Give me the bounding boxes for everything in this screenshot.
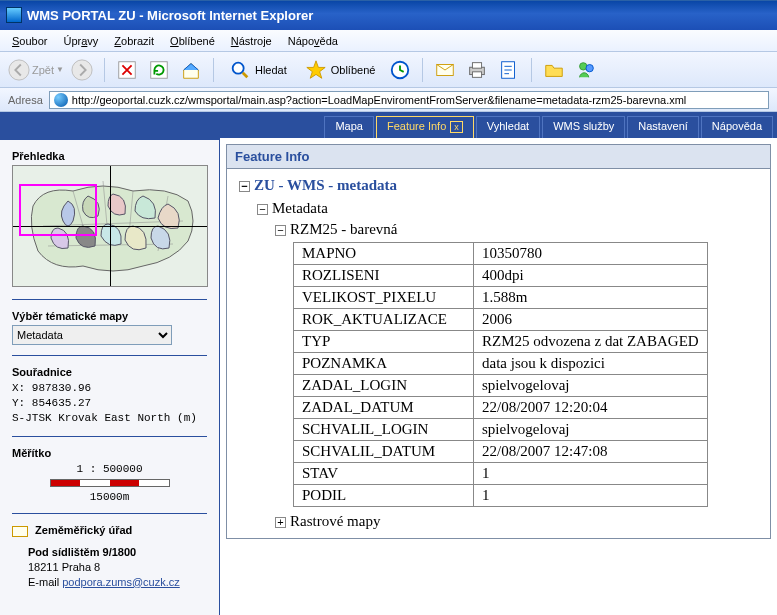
menu-bar: Soubor Úpravy Zobrazit Oblíbené Nástroje… <box>0 30 777 52</box>
refresh-icon <box>148 59 170 81</box>
home-button[interactable] <box>177 56 205 84</box>
messenger-icon <box>575 59 597 81</box>
window-title: WMS PORTAL ZU - Microsoft Internet Explo… <box>27 8 313 23</box>
tab-help[interactable]: Nápověda <box>701 116 773 138</box>
forward-icon <box>71 59 93 81</box>
table-row: STAV1 <box>294 463 708 485</box>
office-row: Zeměměřický úřad <box>12 524 207 537</box>
svg-point-4 <box>233 62 244 73</box>
tab-search[interactable]: Vyhledat <box>476 116 540 138</box>
app-icon <box>6 7 22 23</box>
overview-map[interactable] <box>12 165 208 287</box>
scale-bar <box>50 479 170 487</box>
menu-help[interactable]: Nápověda <box>280 32 346 50</box>
table-row: PODIL1 <box>294 485 708 507</box>
url-field[interactable]: http://geoportal.cuzk.cz/wmsportal/main.… <box>49 91 769 109</box>
main-panel: Feature Info −ZU - WMS - metadata −Metad… <box>220 138 777 615</box>
stop-icon <box>116 59 138 81</box>
office-address: Pod sídlištěm 9/1800 18211 Praha 8 E-mai… <box>28 545 207 590</box>
tab-bar: Mapa Feature Infox Vyhledat WMS služby N… <box>0 112 777 138</box>
svg-rect-9 <box>473 71 482 77</box>
address-bar: Adresa http://geoportal.cuzk.cz/wmsporta… <box>0 88 777 112</box>
scale-ratio: 1 : 500000 <box>12 463 207 475</box>
star-icon <box>305 59 327 81</box>
collapse-icon[interactable]: − <box>239 181 250 192</box>
section-raster: +Rastrové mapy <box>275 513 758 530</box>
table-row: ROZLISENI400dpi <box>294 265 708 287</box>
group-title: −ZU - WMS - metadata <box>239 177 758 194</box>
home-icon <box>180 59 202 81</box>
search-icon <box>229 59 251 81</box>
feature-info-header: Feature Info <box>226 144 771 169</box>
svg-point-0 <box>9 59 29 79</box>
stop-button[interactable] <box>113 56 141 84</box>
table-row: VELIKOST_PIXELU1.588m <box>294 287 708 309</box>
mail-icon <box>434 59 456 81</box>
back-icon <box>8 59 30 81</box>
url-icon <box>54 93 68 107</box>
address-label: Adresa <box>8 94 43 106</box>
search-button[interactable]: Hledat <box>222 56 294 84</box>
table-row: ROK_AKTUALIZACE2006 <box>294 309 708 331</box>
expand-icon[interactable]: + <box>275 517 286 528</box>
messenger-button[interactable] <box>572 56 600 84</box>
title-bar: WMS PORTAL ZU - Microsoft Internet Explo… <box>0 0 777 30</box>
favorites-button[interactable]: Oblíbené <box>298 56 383 84</box>
svg-rect-3 <box>151 61 168 78</box>
svg-rect-8 <box>473 62 482 67</box>
envelope-icon <box>12 526 28 537</box>
folder-icon <box>543 59 565 81</box>
email-link[interactable]: podpora.zums@cuzk.cz <box>62 576 180 588</box>
print-button[interactable] <box>463 56 491 84</box>
collapse-icon[interactable]: − <box>275 225 286 236</box>
coords-text: X: 987830.96 Y: 854635.27 S-JTSK Krovak … <box>12 381 207 426</box>
scale-title: Měřítko <box>12 447 207 459</box>
history-button[interactable] <box>386 56 414 84</box>
collapse-icon[interactable]: − <box>257 204 268 215</box>
history-icon <box>389 59 411 81</box>
discuss-button[interactable] <box>540 56 568 84</box>
tab-wms[interactable]: WMS služby <box>542 116 625 138</box>
svg-point-1 <box>72 59 92 79</box>
edit-button[interactable] <box>495 56 523 84</box>
table-row: MAPNO10350780 <box>294 243 708 265</box>
menu-tools[interactable]: Nástroje <box>223 32 280 50</box>
section-metadata: −Metadata <box>257 200 758 217</box>
menu-favorites[interactable]: Oblíbené <box>162 32 223 50</box>
toolbar: Zpět ▼ Hledat Oblíbené <box>0 52 777 88</box>
menu-file[interactable]: Soubor <box>4 32 55 50</box>
table-row: TYPRZM25 odvozena z dat ZABAGED <box>294 331 708 353</box>
tab-feature-info[interactable]: Feature Infox <box>376 116 474 138</box>
mail-button[interactable] <box>431 56 459 84</box>
refresh-button[interactable] <box>145 56 173 84</box>
table-row: ZADAL_DATUM22/08/2007 12:20:04 <box>294 397 708 419</box>
edit-icon <box>498 59 520 81</box>
close-icon[interactable]: x <box>450 121 463 133</box>
overview-title: Přehledka <box>12 150 207 162</box>
theme-label: Výběr tématické mapy <box>12 310 207 322</box>
feature-info-body: −ZU - WMS - metadata −Metadata −RZM25 - … <box>226 169 771 539</box>
metadata-table: MAPNO10350780ROZLISENI400dpiVELIKOST_PIX… <box>293 242 708 507</box>
sidebar: Přehledka Výběr tématické mapy Metadata <box>0 138 220 615</box>
table-row: SCHVALIL_DATUM22/08/2007 12:47:08 <box>294 441 708 463</box>
scale-dist: 15000m <box>12 491 207 503</box>
table-row: SCHVALIL_LOGINspielvogelovaj <box>294 419 708 441</box>
section-rzm25: −RZM25 - barevná <box>275 221 758 238</box>
menu-view[interactable]: Zobrazit <box>106 32 162 50</box>
theme-select[interactable]: Metadata <box>12 325 172 345</box>
svg-point-12 <box>586 64 593 71</box>
forward-button[interactable] <box>68 56 96 84</box>
table-row: POZNAMKAdata jsou k dispozici <box>294 353 708 375</box>
back-button[interactable]: Zpět ▼ <box>8 59 64 81</box>
menu-edit[interactable]: Úpravy <box>55 32 106 50</box>
selection-box <box>19 184 97 236</box>
print-icon <box>466 59 488 81</box>
tab-map[interactable]: Mapa <box>324 116 374 138</box>
coords-title: Souřadnice <box>12 366 207 378</box>
table-row: ZADAL_LOGINspielvogelovaj <box>294 375 708 397</box>
tab-settings[interactable]: Nastavení <box>627 116 699 138</box>
